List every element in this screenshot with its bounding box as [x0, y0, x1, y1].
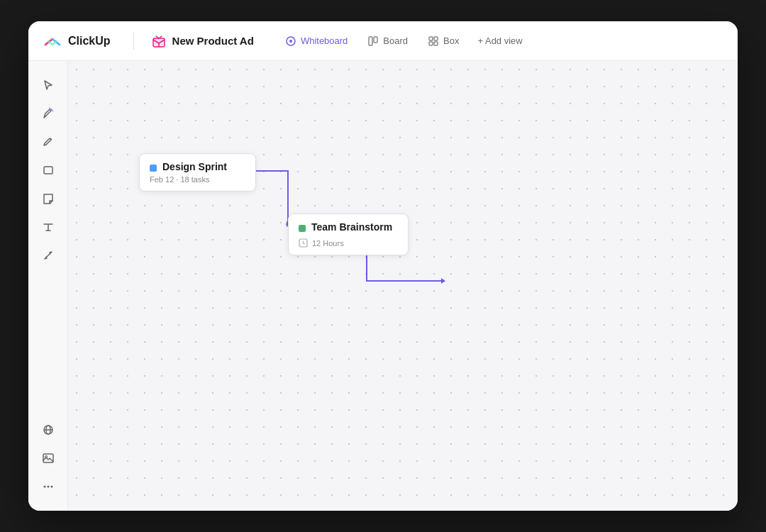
app-name: ClickUp	[68, 35, 111, 48]
rectangle-tool-button[interactable]	[35, 157, 61, 183]
clock-icon	[299, 238, 308, 248]
svg-rect-9	[434, 42, 438, 45]
svg-rect-4	[369, 37, 372, 45]
svg-rect-10	[44, 167, 52, 174]
tab-whiteboard[interactable]: Whiteboard	[277, 31, 356, 51]
add-view-button[interactable]: + Add view	[470, 31, 529, 50]
text-tool-button[interactable]	[35, 214, 61, 240]
design-sprint-card[interactable]: Design Sprint Feb 12 · 18 tasks	[139, 153, 256, 192]
app-window: ClickUp New Product Ad White	[28, 21, 738, 511]
sticky-note-icon	[42, 192, 55, 205]
rectangle-icon	[42, 164, 55, 177]
main-content: Design Sprint Feb 12 · 18 tasks Team Bra…	[28, 61, 738, 511]
image-tool-button[interactable]	[35, 445, 61, 471]
svg-rect-6	[429, 37, 433, 40]
team-brainstorm-card[interactable]: Team Brainstorm 12 Hours	[288, 214, 409, 255]
card-dot-green	[299, 225, 306, 232]
team-brainstorm-title: Team Brainstorm	[311, 221, 392, 233]
design-sprint-meta: Feb 12 · 18 tasks	[150, 175, 245, 184]
clickup-logo-icon	[43, 31, 62, 51]
project-title: New Product Ad	[172, 35, 254, 47]
sticky-note-tool-button[interactable]	[35, 186, 61, 211]
logo-area[interactable]: ClickUp	[43, 31, 111, 51]
magic-pen-icon	[42, 107, 55, 120]
whiteboard-tab-icon	[285, 35, 296, 47]
cursor-tool-button[interactable]	[35, 72, 61, 98]
svg-rect-5	[374, 37, 377, 43]
svg-point-16	[47, 486, 49, 488]
project-title-area[interactable]: New Product Ad	[151, 33, 254, 49]
cursor-icon	[42, 79, 55, 92]
connector-tool-button[interactable]	[35, 243, 61, 268]
card-dot-blue	[150, 165, 157, 172]
design-sprint-title: Design Sprint	[162, 161, 227, 172]
connector-icon	[42, 249, 55, 262]
box-tab-icon	[428, 35, 439, 47]
magic-pen-tool-button[interactable]	[35, 101, 61, 126]
card-header-row: Design Sprint	[150, 161, 245, 175]
svg-rect-8	[429, 42, 433, 45]
svg-point-3	[289, 40, 292, 43]
svg-marker-19	[441, 278, 445, 284]
globe-tool-button[interactable]	[35, 417, 61, 443]
more-icon	[42, 480, 55, 493]
pen-icon	[42, 135, 55, 148]
tab-box[interactable]: Box	[419, 31, 467, 51]
left-toolbar	[28, 61, 68, 511]
svg-point-15	[43, 486, 45, 488]
image-icon	[42, 452, 55, 465]
globe-icon	[42, 423, 55, 436]
header: ClickUp New Product Ad White	[28, 21, 738, 61]
card-header-row-2: Team Brainstorm	[299, 221, 398, 235]
tab-board[interactable]: Board	[359, 31, 416, 51]
whiteboard-canvas[interactable]: Design Sprint Feb 12 · 18 tasks Team Bra…	[68, 61, 738, 511]
pen-tool-button[interactable]	[35, 129, 61, 155]
svg-point-17	[50, 486, 52, 488]
canvas-arrows	[68, 61, 738, 511]
text-icon	[42, 221, 55, 233]
svg-rect-7	[434, 37, 438, 40]
nav-tabs: Whiteboard Board Box	[277, 31, 530, 51]
board-tab-icon	[367, 35, 379, 47]
more-tools-button[interactable]	[35, 474, 61, 499]
header-divider	[133, 33, 134, 50]
project-cube-icon	[151, 33, 167, 49]
team-brainstorm-meta-row: 12 Hours	[299, 238, 398, 248]
